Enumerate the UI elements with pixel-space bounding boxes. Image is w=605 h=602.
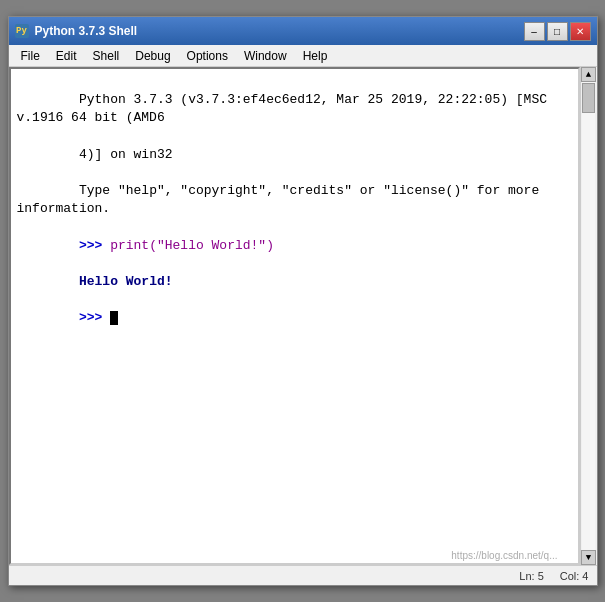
line-number: Ln: 5 [519, 570, 543, 582]
shell-command-1: print("Hello World!") [110, 238, 274, 253]
python-help-line: Type "help", "copyright", "credits" or "… [17, 183, 548, 216]
minimize-button[interactable]: – [524, 22, 545, 41]
python-version-line1: Python 3.7.3 (v3.7.3:ef4ec6ed12, Mar 25 … [17, 92, 555, 125]
menu-help[interactable]: Help [295, 45, 336, 66]
python-version-line2: 4)] on win32 [79, 147, 173, 162]
watermark: https://blog.csdn.net/q... [451, 550, 557, 561]
close-button[interactable]: ✕ [570, 22, 591, 41]
scroll-down-button[interactable]: ▼ [581, 550, 596, 565]
shell-content[interactable]: Python 3.7.3 (v3.7.3:ef4ec6ed12, Mar 25 … [9, 67, 580, 565]
window-controls: – □ ✕ [524, 22, 591, 41]
col-number: Col: 4 [560, 570, 589, 582]
menu-edit[interactable]: Edit [48, 45, 85, 66]
scroll-thumb[interactable] [582, 83, 595, 113]
scroll-track[interactable] [582, 82, 595, 550]
window-title: Python 3.7.3 Shell [35, 24, 518, 38]
app-icon: Py [15, 24, 29, 38]
menu-file[interactable]: File [13, 45, 48, 66]
shell-cursor [110, 311, 118, 325]
shell-prompt-2: >>> [79, 310, 110, 325]
shell-output-1: Hello World! [79, 274, 173, 289]
title-bar: Py Python 3.7.3 Shell – □ ✕ [9, 17, 597, 45]
shell-output: Python 3.7.3 (v3.7.3:ef4ec6ed12, Mar 25 … [17, 73, 572, 346]
menu-bar: File Edit Shell Debug Options Window Hel… [9, 45, 597, 67]
shell-area: Python 3.7.3 (v3.7.3:ef4ec6ed12, Mar 25 … [9, 67, 597, 565]
scroll-up-button[interactable]: ▲ [581, 67, 596, 82]
menu-window[interactable]: Window [236, 45, 295, 66]
menu-debug[interactable]: Debug [127, 45, 178, 66]
menu-shell[interactable]: Shell [85, 45, 128, 66]
maximize-button[interactable]: □ [547, 22, 568, 41]
menu-options[interactable]: Options [179, 45, 236, 66]
scrollbar[interactable]: ▲ ▼ [580, 67, 597, 565]
status-bar: Ln: 5 Col: 4 [9, 565, 597, 585]
shell-prompt-1: >>> [79, 238, 110, 253]
main-window: Py Python 3.7.3 Shell – □ ✕ File Edit Sh… [8, 16, 598, 586]
